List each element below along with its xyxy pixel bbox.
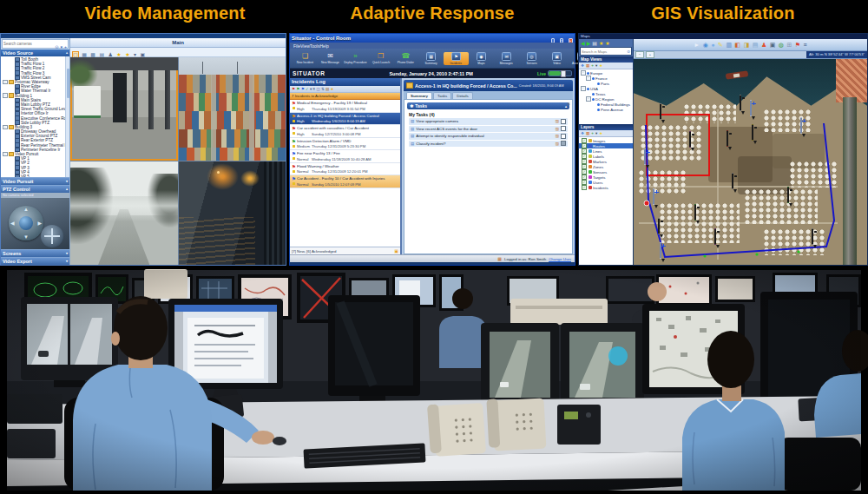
globe2-icon[interactable]: ◍: [779, 40, 784, 49]
incident-row[interactable]: ⚑ Access-1 in HQ building Forced / Acces…: [290, 113, 400, 126]
incident-tool-icon[interactable]: ⚑: [296, 87, 299, 91]
camera-tree-item[interactable]: - VP 5: [1, 175, 69, 177]
camera-marker[interactable]: [732, 174, 740, 184]
unit-marker-green-small[interactable]: [694, 205, 702, 215]
sensor-plus-marker[interactable]: [660, 243, 667, 254]
grid-icon[interactable]: ▦: [586, 131, 589, 136]
sensor-plus-marker[interactable]: [750, 101, 758, 111]
quick-launch-button[interactable]: ❒ Quick Launch: [368, 52, 393, 64]
camera-feed-foggy-road[interactable]: [70, 161, 178, 265]
live-slider[interactable]: [548, 70, 572, 76]
camera-marker[interactable]: [812, 229, 819, 240]
star-icon[interactable]: ★: [599, 63, 602, 69]
incident-row[interactable]: ⚑ Intrusion Detection Alarm / VMD Medium…: [290, 138, 400, 151]
ptz-knob[interactable]: [19, 216, 33, 230]
pan-right-icon[interactable]: ▶: [37, 221, 42, 226]
expander-icon[interactable]: -: [3, 152, 8, 157]
incident-row[interactable]: ⚑ Fire near Facility 13 / Fire Normal We…: [290, 150, 400, 163]
zoom-out-button[interactable]: −: [635, 51, 644, 58]
edit-task-icon[interactable]: ▨: [556, 119, 559, 123]
incident-tool-icon[interactable]: ▾: [310, 87, 312, 91]
dropdown-icon[interactable]: ▾: [595, 63, 597, 69]
ptz-joystick[interactable]: ▲ ▼ ◀ ▶: [9, 206, 43, 240]
incident-tool-icon[interactable]: ◫: [316, 87, 319, 91]
video-export-panel-header[interactable]: Video Export▾: [1, 257, 69, 265]
draw-icon[interactable]: ✎: [718, 40, 723, 49]
edit-task-icon[interactable]: ▨: [556, 142, 559, 146]
unit-marker-green[interactable]: [787, 188, 795, 198]
dropdown-icon[interactable]: ▾: [595, 131, 597, 136]
tasks-section-header[interactable]: ✱ Tasks ▴: [407, 102, 569, 109]
acknowledge-banner[interactable]: 7 Incidents to Acknowledge: [290, 93, 400, 100]
pan-down-icon[interactable]: ▼: [23, 234, 29, 240]
back-arrow-icon[interactable]: ◀: [581, 40, 585, 47]
page-icon[interactable]: ▤: [592, 40, 597, 47]
edit-task-icon[interactable]: ▨: [556, 134, 559, 138]
camera-feed-container-yard[interactable]: [179, 57, 286, 161]
pointer-icon[interactable]: ►: [694, 40, 700, 49]
change-user-link[interactable]: Change User: [549, 257, 571, 261]
search-input[interactable]: [3, 42, 54, 46]
layer-item[interactable]: ✓ Incidents: [579, 185, 633, 190]
incident-tool-icon[interactable]: ⚑: [292, 87, 295, 91]
unit-marker-yellow[interactable]: [752, 125, 760, 135]
expander-icon[interactable]: -: [586, 96, 591, 102]
add-view-icon[interactable]: ❖: [581, 131, 584, 136]
unit-marker-magenta[interactable]: [714, 229, 722, 240]
task-checkbox[interactable]: [561, 134, 566, 139]
pin-icon[interactable]: +: [63, 44, 68, 49]
incident-row[interactable]: ⚑ Car Accident - Facility 10 / Car Accid…: [290, 175, 400, 188]
task-checkbox[interactable]: [561, 126, 566, 131]
layer-checkbox[interactable]: ✓: [582, 185, 587, 190]
search-icon[interactable]: ⊙: [627, 49, 631, 54]
expander-icon[interactable]: -: [581, 70, 586, 76]
pan-up-icon[interactable]: ▲: [23, 207, 29, 212]
search-input[interactable]: [581, 49, 627, 54]
fill-icon[interactable]: ◨: [744, 40, 750, 49]
video-pursuit-panel-header[interactable]: Video Pursuit▾: [1, 177, 69, 185]
unit-marker-red[interactable]: [727, 131, 734, 142]
expander-icon[interactable]: -: [3, 80, 8, 85]
ptz-control-panel-header[interactable]: PTZ Control▴: [1, 185, 69, 193]
messages-tab[interactable]: ✉ Messages: [494, 52, 519, 65]
maps-tab[interactable]: ◉ Maps: [469, 52, 494, 65]
pan-left-icon[interactable]: ◀: [10, 221, 15, 226]
incident-row[interactable]: ⚑ Flood Warning / Weather Normal Thursda…: [290, 163, 400, 176]
person-icon[interactable]: ♟: [761, 40, 766, 49]
incidents-tab[interactable]: ⚑ Incidents: [444, 52, 469, 65]
expander-icon[interactable]: -: [581, 86, 586, 91]
incident-row[interactable]: ⚑ Medical Emergency - Facility 19 / Medi…: [290, 100, 400, 113]
sphere-icon[interactable]: ●: [711, 40, 714, 49]
detail-tab[interactable]: Tasks: [433, 92, 451, 99]
task-row[interactable]: ▤ Classify incident? ▨: [409, 141, 568, 148]
menu-item[interactable]: Help: [320, 43, 329, 49]
new-message-button[interactable]: ✉ New Message: [318, 52, 343, 64]
incident-row[interactable]: ⚑ Car accident with casualties / Car Acc…: [290, 125, 400, 138]
tree-scrollbar[interactable]: [65, 56, 69, 177]
menu-item[interactable]: File: [293, 43, 300, 49]
paint-icon[interactable]: ◧: [735, 40, 741, 49]
grid-tool-icon[interactable]: ⊞: [786, 40, 792, 49]
maps-search[interactable]: ⊙: [580, 47, 632, 56]
camera-marker[interactable]: [660, 104, 667, 115]
layers-icon[interactable]: ▤: [753, 40, 759, 49]
incident-tool-icon[interactable]: ⇅: [321, 87, 325, 91]
close-icon[interactable]: ✕: [567, 102, 570, 106]
forward-arrow-icon[interactable]: ▶: [587, 40, 591, 47]
incident-tool-icon[interactable]: ✓: [306, 87, 309, 91]
sensor-plus-marker[interactable]: [653, 189, 661, 200]
phone-dialer-button[interactable]: ☎ Phone Dialer: [393, 52, 418, 64]
screens-panel-header[interactable]: Screens▾: [1, 249, 69, 257]
summary-tab[interactable]: ▦ Summary: [418, 52, 444, 65]
add-view-icon[interactable]: ❖: [581, 63, 584, 69]
sensor-plus-marker[interactable]: [800, 118, 808, 128]
camera-tool-icon[interactable]: ▣: [770, 40, 776, 49]
unit-marker-magenta[interactable]: [689, 132, 697, 142]
flag-tool-icon[interactable]: ⚑: [795, 40, 800, 49]
incident-tool-icon[interactable]: ▤: [326, 87, 329, 91]
menu-icon[interactable]: ≡: [804, 40, 807, 49]
sensor-plus-marker[interactable]: [644, 149, 652, 160]
expander-icon[interactable]: -: [3, 125, 8, 130]
menu-item[interactable]: View: [300, 43, 310, 49]
zoom-in-button[interactable]: +: [646, 51, 654, 58]
